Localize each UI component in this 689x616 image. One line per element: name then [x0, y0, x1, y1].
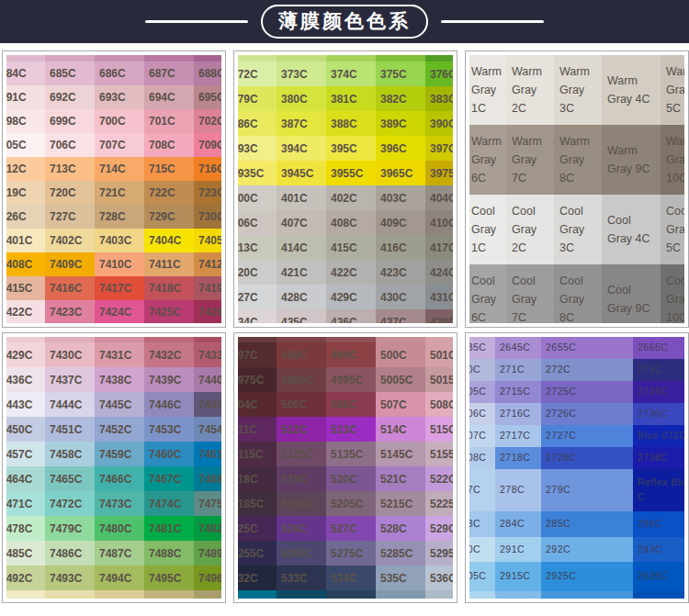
color-swatch: 533C: [277, 566, 326, 590]
color-swatch: 387C: [277, 111, 326, 136]
color-swatch: 2727C: [541, 425, 633, 447]
color-swatch: 7459C: [95, 442, 144, 466]
swatch-label: 2707C: [469, 429, 486, 443]
color-swatch: 408C: [326, 210, 376, 235]
swatch-label: 7437C: [45, 374, 82, 386]
color-swatch: 3945C: [277, 161, 326, 185]
swatch-label: Warm Gray 10C: [661, 130, 684, 189]
color-swatch: 532C: [238, 566, 277, 590]
color-swatch: 709C: [194, 133, 221, 157]
color-swatch: 7412C: [194, 252, 221, 276]
color-swatch: 699C: [45, 109, 95, 133]
swatch-label: 7436C: [6, 374, 32, 386]
color-swatch: 2728C: [541, 447, 633, 469]
swatch-row: 393C394C395C396C397C: [238, 136, 453, 161]
color-swatch: 7431C: [95, 342, 144, 367]
swatch-label: 7464C: [6, 473, 32, 486]
color-swatch: 501C: [425, 342, 453, 367]
swatch-label: 7452C: [95, 423, 131, 436]
swatch-label: 5365C: [425, 597, 453, 599]
color-swatch: 693C: [95, 85, 144, 109]
color-swatch: 7433C: [194, 342, 221, 367]
swatch-row: 511C512C513C514C515C: [238, 417, 453, 442]
swatch-grid: 497C498C499C500C501C4975C4985C4995C5005C…: [238, 337, 453, 599]
swatch-row: 7429C7430C7431C7432C7433C: [6, 342, 221, 367]
color-swatch: 2936C: [633, 591, 684, 599]
color-swatch: 513C: [326, 417, 376, 442]
swatch-label: 7451C: [45, 423, 82, 436]
swatch-label: 726C: [6, 210, 27, 223]
color-swatch: 519C: [277, 466, 326, 491]
swatch-label: 7480C: [95, 522, 131, 535]
color-swatch: 514C: [376, 417, 425, 442]
swatch-label: 687C: [144, 67, 175, 80]
swatch-label: 7440C: [194, 374, 221, 386]
color-swatch: 292C: [541, 537, 633, 562]
swatch-row: 7457C7458C7459C7460C7461C: [6, 442, 221, 466]
swatch-grid: 372C373C374C375C376C379C380C381C382C383C…: [238, 55, 453, 323]
swatch-label: 688C: [194, 67, 221, 80]
swatch-label: 7493C: [45, 572, 82, 585]
color-swatch: 7472C: [45, 491, 95, 516]
swatch-row: 7499C7500C7501C7502C7503C: [6, 590, 221, 599]
swatch-label: 7411C: [144, 258, 181, 271]
color-swatch: 2915C: [495, 562, 541, 591]
color-swatch: 7475C: [194, 491, 221, 516]
swatch-label: Cool Gray 6C: [469, 270, 506, 323]
swatch-label: 511C: [238, 423, 257, 436]
swatch-row: 691C692C693C694C695C: [6, 85, 221, 109]
color-swatch: 404C: [425, 185, 453, 210]
color-swatch: 379C: [238, 86, 277, 111]
swatch-row: 7415C7416C7417C7418C7419C: [6, 276, 221, 300]
color-swatch: 389C: [376, 111, 425, 136]
swatch-label: 7408C: [6, 258, 32, 271]
swatch-label: 5335C: [277, 597, 313, 599]
swatch-label: 379C: [238, 93, 258, 106]
color-swatch: 7417C: [95, 276, 144, 300]
color-panel-warm-cool-gray: Warm Gray 1CWarm Gray 2CWarm Gray 3CWarm…: [465, 50, 689, 328]
swatch-row: 2707C2717C2727CBlue 072C: [469, 425, 684, 447]
color-swatch: 726C: [6, 205, 45, 229]
color-swatch: 522C: [425, 466, 453, 491]
swatch-label: 7426C: [194, 306, 221, 319]
color-swatch: 7415C: [6, 276, 45, 300]
color-swatch: 7408C: [6, 252, 45, 276]
color-swatch: Cool Gray 6C: [469, 264, 506, 323]
swatch-label: 7443C: [6, 398, 32, 411]
swatch-label: 504C: [238, 398, 258, 411]
color-swatch: Reflex Blue C: [633, 469, 684, 511]
swatch-label: 5275C: [326, 547, 363, 560]
swatch-row: 7408C7409C7410C7411C7412C: [6, 252, 221, 276]
swatch-label: Warm Gray 8C: [554, 130, 602, 189]
swatch-label: 415C: [326, 241, 357, 254]
swatch-row: 518C519C520C521C522C: [238, 466, 453, 491]
swatch-label: 279C: [541, 483, 570, 498]
color-swatch: [376, 55, 425, 62]
swatch-label: 7461C: [194, 448, 221, 461]
color-swatch: 273C: [633, 359, 684, 381]
color-swatch: 7447C: [194, 392, 221, 417]
color-swatch: 498C: [277, 342, 326, 367]
swatch-label: 7439C: [144, 374, 181, 386]
swatch-label: 702C: [194, 115, 221, 128]
swatch-label: 501C: [425, 349, 453, 362]
swatch-row: 7464C7465C7466C7467C7468C: [6, 466, 221, 491]
swatch-label: 7409C: [45, 258, 82, 271]
swatch-label: 534C: [326, 572, 357, 585]
color-swatch: 728C: [95, 205, 144, 229]
swatch-grid: 2635C2645C2655C2665C270C271C272C273C2705…: [469, 337, 684, 599]
color-swatch: [6, 55, 45, 62]
color-swatch: 7481C: [144, 516, 194, 541]
swatch-label: 5355C: [376, 597, 412, 599]
swatch-label: 2715C: [495, 385, 530, 399]
swatch-label: 386C: [238, 118, 258, 130]
swatch-label: 7405C: [194, 234, 221, 247]
swatch-label: 431C: [425, 291, 453, 304]
color-panel-rose-purple-blue-green: 7429C7430C7431C7432C7433C7436C7437C7438C…: [2, 332, 226, 603]
swatch-label: Cool Gray 8C: [554, 270, 602, 323]
color-swatch: 7423C: [45, 300, 95, 323]
color-swatch: 2715C: [495, 381, 541, 403]
swatch-label: 285C: [541, 517, 570, 532]
color-panel-violet-blue: 2635C2645C2655C2665C270C271C272C273C2705…: [465, 332, 689, 603]
color-swatch: 535C: [376, 566, 425, 590]
